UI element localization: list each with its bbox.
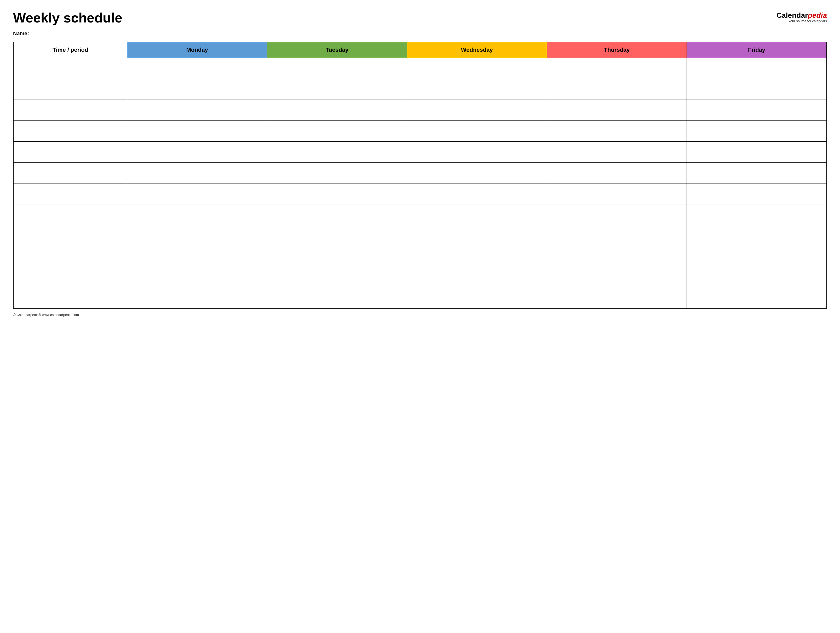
table-cell[interactable]: [687, 120, 827, 141]
table-cell[interactable]: [127, 225, 267, 246]
table-cell[interactable]: [407, 162, 547, 183]
logo-brand-part2: pedia: [808, 11, 827, 19]
table-cell[interactable]: [687, 246, 827, 267]
table-cell[interactable]: [13, 225, 127, 246]
table-cell[interactable]: [267, 288, 407, 309]
table-cell[interactable]: [547, 162, 687, 183]
table-cell[interactable]: [13, 141, 127, 162]
table-row: [13, 225, 827, 246]
logo-brand-part1: Calendar: [777, 11, 808, 19]
table-cell[interactable]: [127, 141, 267, 162]
table-cell[interactable]: [127, 246, 267, 267]
table-cell[interactable]: [127, 162, 267, 183]
logo-text: Calendarpedia: [777, 12, 827, 19]
table-cell[interactable]: [127, 288, 267, 309]
table-cell[interactable]: [407, 58, 547, 79]
table-cell[interactable]: [127, 267, 267, 288]
table-cell[interactable]: [13, 162, 127, 183]
table-cell[interactable]: [267, 246, 407, 267]
table-row: [13, 162, 827, 183]
table-cell[interactable]: [127, 183, 267, 204]
table-cell[interactable]: [267, 162, 407, 183]
table-row: [13, 183, 827, 204]
table-cell[interactable]: [127, 79, 267, 99]
table-cell[interactable]: [13, 120, 127, 141]
table-cell[interactable]: [547, 225, 687, 246]
table-cell[interactable]: [407, 141, 547, 162]
table-cell[interactable]: [547, 183, 687, 204]
col-header-thursday: Thursday: [547, 42, 687, 58]
table-row: [13, 79, 827, 99]
table-row: [13, 246, 827, 267]
table-cell[interactable]: [13, 246, 127, 267]
table-row: [13, 120, 827, 141]
table-cell[interactable]: [687, 58, 827, 79]
table-cell[interactable]: [407, 204, 547, 225]
table-cell[interactable]: [407, 225, 547, 246]
table-cell[interactable]: [267, 204, 407, 225]
table-cell[interactable]: [267, 58, 407, 79]
table-cell[interactable]: [687, 79, 827, 99]
table-cell[interactable]: [267, 141, 407, 162]
table-cell[interactable]: [13, 79, 127, 99]
table-cell[interactable]: [407, 99, 547, 120]
table-cell[interactable]: [267, 99, 407, 120]
table-cell[interactable]: [407, 246, 547, 267]
logo-tagline: Your source for calendars: [777, 19, 827, 23]
table-cell[interactable]: [407, 120, 547, 141]
table-row: [13, 267, 827, 288]
copyright-text: © Calendarpedia® www.calendarpedia.com: [13, 313, 79, 317]
table-cell[interactable]: [547, 120, 687, 141]
table-cell[interactable]: [267, 79, 407, 99]
table-cell[interactable]: [687, 288, 827, 309]
table-cell[interactable]: [687, 267, 827, 288]
table-cell[interactable]: [687, 99, 827, 120]
table-row: [13, 99, 827, 120]
table-cell[interactable]: [13, 99, 127, 120]
table-cell[interactable]: [267, 183, 407, 204]
table-cell[interactable]: [687, 162, 827, 183]
table-row: [13, 58, 827, 79]
table-cell[interactable]: [127, 120, 267, 141]
table-cell[interactable]: [13, 204, 127, 225]
table-cell[interactable]: [547, 246, 687, 267]
table-cell[interactable]: [13, 58, 127, 79]
table-cell[interactable]: [127, 99, 267, 120]
table-cell[interactable]: [407, 288, 547, 309]
table-cell[interactable]: [267, 225, 407, 246]
table-cell[interactable]: [127, 204, 267, 225]
col-header-time: Time / period: [13, 42, 127, 58]
table-cell[interactable]: [13, 288, 127, 309]
table-cell[interactable]: [13, 183, 127, 204]
col-header-monday: Monday: [127, 42, 267, 58]
table-cell[interactable]: [547, 99, 687, 120]
table-cell[interactable]: [687, 183, 827, 204]
table-cell[interactable]: [407, 79, 547, 99]
col-header-friday: Friday: [687, 42, 827, 58]
table-cell[interactable]: [407, 183, 547, 204]
table-cell[interactable]: [687, 204, 827, 225]
table-cell[interactable]: [547, 141, 687, 162]
table-header-row: Time / period Monday Tuesday Wednesday T…: [13, 42, 827, 58]
table-cell[interactable]: [407, 267, 547, 288]
table-cell[interactable]: [13, 267, 127, 288]
table-cell[interactable]: [547, 79, 687, 99]
table-row: [13, 204, 827, 225]
name-label: Name:: [13, 31, 827, 36]
table-cell[interactable]: [127, 58, 267, 79]
table-cell[interactable]: [687, 141, 827, 162]
schedule-table: Time / period Monday Tuesday Wednesday T…: [13, 42, 827, 309]
table-cell[interactable]: [547, 58, 687, 79]
table-cell[interactable]: [267, 267, 407, 288]
page-title: Weekly schedule: [13, 11, 122, 25]
table-cell[interactable]: [547, 267, 687, 288]
logo-container: Calendarpedia Your source for calendars: [777, 12, 827, 23]
col-header-tuesday: Tuesday: [267, 42, 407, 58]
col-header-wednesday: Wednesday: [407, 42, 547, 58]
table-cell[interactable]: [547, 288, 687, 309]
table-cell[interactable]: [687, 225, 827, 246]
table-cell[interactable]: [267, 120, 407, 141]
table-cell[interactable]: [547, 204, 687, 225]
footer: © Calendarpedia® www.calendarpedia.com: [13, 313, 827, 317]
page-header: Weekly schedule Calendarpedia Your sourc…: [13, 11, 827, 25]
